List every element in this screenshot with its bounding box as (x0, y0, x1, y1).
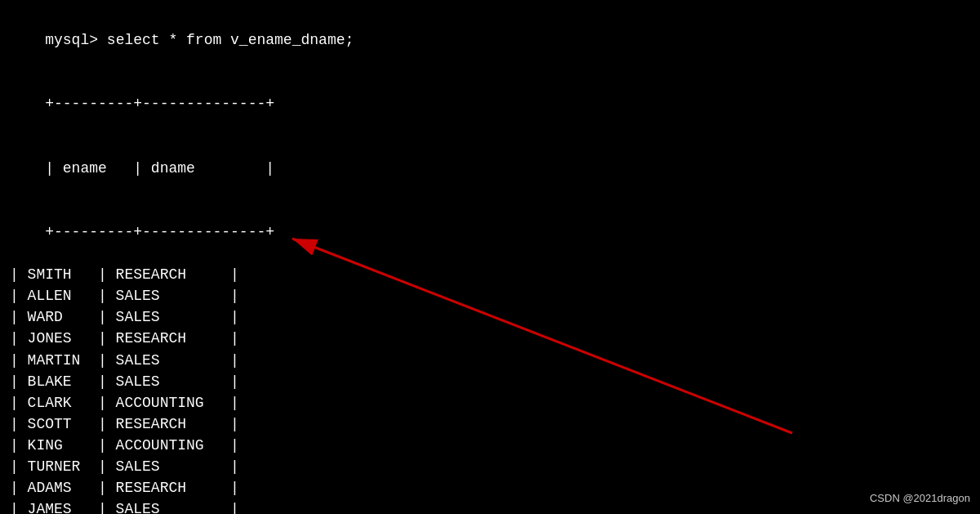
terminal-window: mysql> select * from v_ename_dname; +---… (0, 0, 980, 514)
watermark: CSDN @2021dragon (870, 492, 970, 504)
sql-command: mysql> select * from v_ename_dname; (45, 32, 354, 48)
table-row: | JONES | RESEARCH | (10, 328, 970, 349)
separator-top: +---------+--------------+ (10, 72, 970, 136)
table-header: | ename | dname | (10, 136, 970, 200)
command-line: mysql> select * from v_ename_dname; (10, 8, 970, 72)
table-row: | BLAKE | SALES | (10, 371, 970, 392)
table-row-clark: | CLARK | ACCOUNTING | (10, 392, 970, 413)
table-row: | WARD | SALES | (10, 306, 970, 328)
table-row: | TURNER | SALES | (10, 456, 970, 477)
separator-mid: +---------+--------------+ (10, 200, 970, 264)
table-row: | SCOTT | RESEARCH | (10, 413, 970, 435)
table-row: | JAMES | SALES | (10, 498, 970, 514)
table-row: | KING | ACCOUNTING | (10, 435, 970, 456)
table-row: | MARTIN | SALES | (10, 350, 970, 371)
table-row: | ALLEN | SALES | (10, 285, 970, 306)
table-row: | SMITH | RESEARCH | (10, 264, 970, 285)
table-row: | ADAMS | RESEARCH | (10, 477, 970, 498)
